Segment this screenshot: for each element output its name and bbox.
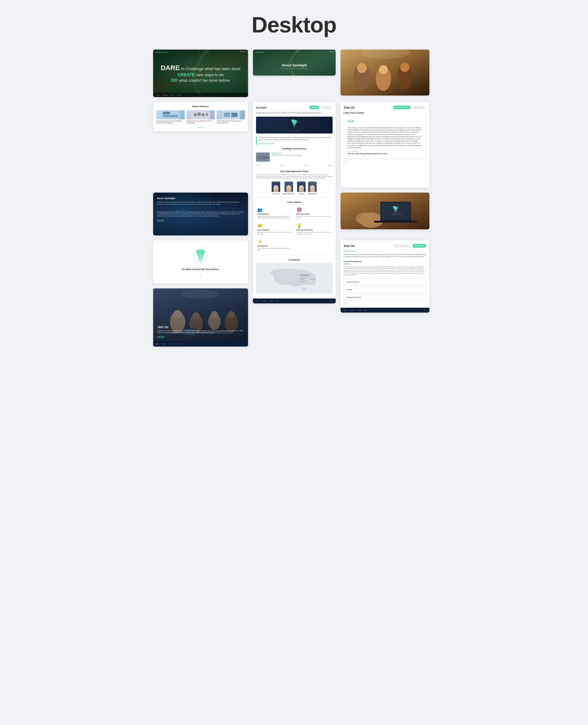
mgmt-desc: As a CEO of our service, the two executi… (256, 174, 333, 179)
news-text-3: GWM & BRI signed the 'Memorandum of Coop… (216, 120, 245, 124)
join-view-more-link[interactable]: View More (158, 336, 244, 337)
hero-nav-bar: Home Spotlight News Career (153, 93, 248, 97)
svg-rect-11 (232, 113, 238, 117)
right-nav-home[interactable]: Home (343, 310, 347, 311)
mid-hero-controls (330, 51, 334, 52)
offer-items-list: Active Health Care › Activities › Holida… (343, 279, 426, 300)
nav-news[interactable]: News (168, 343, 171, 345)
mgmt-head-1 (273, 185, 278, 192)
offer-tabs: Letter From Leaders What We Offer (393, 244, 426, 248)
spotlight-section-title: Spotlight (256, 106, 267, 109)
offer-activities-chevron: › (423, 288, 423, 291)
mid-nav-spotlight[interactable]: Spotlight (262, 300, 267, 302)
mid-ctrl-2 (332, 51, 334, 52)
mgmt-person-4: Daniel Öttinger (308, 182, 317, 194)
mid-nav-home[interactable]: Home (256, 300, 259, 302)
offer-item-holidays[interactable]: Holidays & Allowance › (343, 294, 426, 300)
team-respect-icon: 👥 (257, 207, 292, 212)
offer-sub-title: What We Offer (343, 250, 426, 252)
nav-spotlight[interactable]: Spotlight (161, 343, 166, 345)
tab-what-we-offer[interactable]: What We Offer (412, 106, 426, 109)
desktop-showcase: SPOTLIGHT DARE to Challenge what has bee… (153, 49, 435, 346)
nav-career[interactable]: Career (174, 343, 177, 345)
right-nav-links: Home Spotlight Work Team (343, 310, 366, 311)
spotlight-info-card: Spotlight Spotlight Compliance Spotlight… (253, 102, 336, 303)
news-item-1: Spotlight production base Groundbreaking… (156, 110, 185, 124)
page-title: Desktop (251, 12, 336, 37)
embrace-innovation-icon: 💡 (296, 223, 331, 228)
svg-point-53 (357, 63, 367, 73)
teal-accent (256, 136, 257, 145)
right-nav-work[interactable]: Work (358, 310, 360, 311)
letter-text: Thank you for your attention to Spotligh… (347, 127, 423, 149)
tab-spotlight[interactable]: Spotlight (309, 106, 319, 109)
mgmt-head-4 (310, 185, 315, 192)
value-be-pragmatic: ⚡ Be Pragmatic Take ownership and accoun… (256, 238, 293, 252)
china-map-svg: Zhangjiagang ● Zhangjiagang Shanghai No.… (256, 263, 333, 294)
data-ownership-icon: 🎯 (296, 207, 331, 212)
letter-link[interactable]: 1/10 > (343, 161, 347, 162)
offer-link[interactable]: 1/10 > (343, 303, 426, 305)
letter-sig: Best from directors: (347, 151, 423, 152)
laptop-svg: SPOTLIGHT (340, 193, 429, 229)
offer-tab-what[interactable]: What We Offer (413, 244, 426, 248)
join-us-tabs: Letter From Leaders What We Offer (393, 106, 426, 109)
right-bottom-nav: Home Spotlight Work Team 1/7 (340, 308, 429, 313)
join-us-card: Join Us Letter From Leaders What We Offe… (340, 102, 429, 188)
heritage-photo (256, 152, 270, 162)
news-thumb-1 (156, 110, 185, 120)
data-ownership-name: Data Ownership (296, 213, 331, 215)
work-together-desc: Appreciate the value of the uniqueness o… (257, 232, 292, 235)
svg-rect-38 (264, 155, 265, 158)
about-read-more-link[interactable]: Read More (157, 219, 245, 221)
letter-box: ❝❝ Thank you for your attention to Spotl… (343, 116, 426, 158)
right-nav-team[interactable]: Team (364, 310, 367, 311)
news-thumb-2 (187, 110, 215, 120)
create-text: CREATE new ways to do (161, 72, 241, 78)
data-ownership-desc: We are accountable for the performance o… (296, 216, 331, 219)
mgmt-head-3 (299, 185, 304, 192)
join-us-header: Join Us Letter From Leaders What We Offe… (343, 106, 426, 109)
mid-page-num: 1/7 (331, 300, 333, 302)
hero-text: DARE to Challenge what has been done CRE… (155, 58, 247, 89)
about-text: Spotlight Automotive, a joint venture be… (157, 201, 245, 206)
tab-letter-leaders[interactable]: Letter From Leaders (393, 106, 411, 109)
mid-nav-team[interactable]: Team (276, 300, 279, 302)
svg-text:Zhangjiagang ●: Zhangjiagang ● (300, 274, 310, 276)
tab-compliance[interactable]: Compliance (320, 106, 333, 109)
map-container: Zhangjiagang ● Zhangjiagang Shanghai No.… (256, 263, 333, 294)
about-text2: Spotlight Automotive employs R&D, produc… (157, 211, 245, 217)
join-left-card: Join Us Whether you are graduates, fresh… (153, 289, 248, 346)
heritage-item: 2019.11.29 Spotlight project was officia… (256, 152, 333, 162)
mid-bottom-nav: Home Spotlight Work Team 1/7 (253, 299, 336, 303)
offer-item-health[interactable]: Active Health Care › (343, 279, 426, 285)
ctrl-dot-1 (240, 51, 241, 52)
spotlight-logo-name: SPOTLIGHT (287, 130, 301, 132)
offer-health-chevron: › (423, 280, 423, 283)
embrace-innovation-name: Embrace Innovation (296, 229, 331, 231)
offer-item-activities[interactable]: Activities › (343, 286, 426, 293)
work-together-icon: 🤝 (257, 223, 292, 228)
svg-text:Shanghai: Shanghai (311, 279, 316, 280)
mid-ctrl-1 (330, 51, 331, 52)
svg-rect-64 (374, 221, 417, 222)
news-view-more-link[interactable]: View More (156, 126, 245, 128)
svg-point-61 (356, 212, 374, 225)
mgmt-avatar-1 (272, 182, 280, 192)
mgmt-person-2: Rüdiger Nardochkiw (283, 182, 295, 194)
mgmt-person-3: Tony Chen (297, 182, 306, 194)
team-respect-desc: Appreciate the value of the uniqueness o… (257, 216, 292, 219)
news-title: News Release (156, 105, 245, 108)
right-page-num: 1/7 (424, 309, 426, 311)
svg-rect-10 (224, 113, 230, 117)
offer-tab-letter[interactable]: Letter From Leaders (393, 244, 411, 248)
offer-link-text: 1/10 > (343, 303, 348, 305)
join-title: Join Us (158, 325, 244, 329)
mid-nav-work[interactable]: Work (270, 300, 273, 302)
hero-card: SPOTLIGHT DARE to Challenge what has bee… (153, 49, 248, 97)
heritage-timeline: 2016.10 2018.12 2019.11 2020.11 (256, 164, 333, 168)
value-team-respect: 👥 Team Respect Appreciate the value of t… (256, 206, 293, 220)
right-nav-spotlight[interactable]: Spotlight (350, 310, 355, 311)
nav-home[interactable]: Home (155, 343, 159, 345)
news-text-1: Spotlight production base Groundbreaking… (156, 120, 185, 124)
